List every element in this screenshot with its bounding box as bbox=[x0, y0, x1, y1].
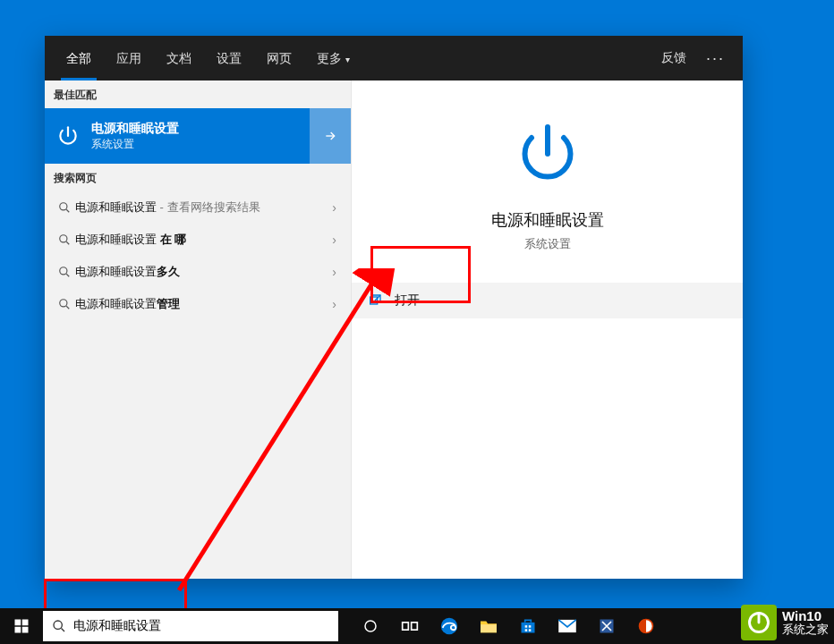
search-icon bbox=[54, 266, 75, 278]
svg-rect-9 bbox=[22, 627, 29, 633]
search-results-panel: 全部 应用 文档 设置 网页 更多▾ 反馈 ··· 最佳匹配 电源和睡眠设置 bbox=[45, 36, 743, 579]
tab-docs[interactable]: 文档 bbox=[154, 36, 204, 80]
search-icon bbox=[54, 233, 75, 246]
result-detail-pane: 电源和睡眠设置 系统设置 打开 bbox=[351, 80, 743, 579]
chevron-right-icon: › bbox=[327, 233, 342, 247]
svg-rect-18 bbox=[529, 625, 532, 628]
web-result-item[interactable]: 电源和睡眠设置多久 › bbox=[45, 256, 351, 288]
svg-point-2 bbox=[60, 267, 67, 275]
edge-icon bbox=[439, 616, 459, 636]
web-result-text: 电源和睡眠设置多久 bbox=[75, 264, 327, 280]
web-result-item[interactable]: 电源和睡眠设置 在 哪 › bbox=[45, 224, 351, 256]
taskbar-app-generic-2[interactable] bbox=[626, 608, 666, 644]
app-icon bbox=[598, 617, 616, 635]
taskbar-app-explorer[interactable] bbox=[469, 608, 508, 644]
more-menu-icon[interactable]: ··· bbox=[697, 49, 734, 68]
best-match-title: 电源和睡眠设置 bbox=[91, 121, 179, 137]
svg-rect-13 bbox=[412, 623, 418, 630]
store-icon bbox=[519, 617, 537, 635]
web-result-text: 电源和睡眠设置 在 哪 bbox=[75, 232, 327, 248]
start-button[interactable] bbox=[0, 608, 43, 644]
tab-settings[interactable]: 设置 bbox=[204, 36, 254, 80]
best-match-subtitle: 系统设置 bbox=[91, 137, 179, 152]
feedback-link[interactable]: 反馈 bbox=[651, 50, 697, 66]
section-best-match: 最佳匹配 bbox=[45, 80, 351, 108]
svg-point-0 bbox=[60, 203, 67, 210]
taskbar-search-box[interactable] bbox=[43, 611, 338, 641]
search-input[interactable] bbox=[73, 619, 329, 633]
detail-subtitle: 系统设置 bbox=[524, 236, 571, 252]
search-tabs-bar: 全部 应用 文档 设置 网页 更多▾ 反馈 ··· bbox=[45, 36, 743, 80]
web-result-text: 电源和睡眠设置管理 bbox=[75, 296, 327, 312]
best-match-item[interactable]: 电源和睡眠设置 系统设置 bbox=[45, 108, 351, 164]
caret-down-icon: ▾ bbox=[345, 55, 350, 64]
svg-point-1 bbox=[60, 235, 67, 242]
search-icon bbox=[54, 298, 75, 310]
taskbar-app-store[interactable] bbox=[508, 608, 548, 644]
task-view-icon bbox=[401, 619, 419, 633]
search-icon bbox=[52, 619, 66, 633]
svg-rect-16 bbox=[522, 623, 535, 633]
taskbar-app-generic-1[interactable] bbox=[587, 608, 626, 644]
chevron-right-icon: › bbox=[327, 297, 342, 311]
power-icon bbox=[515, 122, 580, 190]
web-result-item[interactable]: 电源和睡眠设置 - 查看网络搜索结果 › bbox=[45, 191, 351, 224]
svg-point-3 bbox=[60, 300, 67, 307]
taskbar-app-mail[interactable] bbox=[548, 608, 587, 644]
svg-point-11 bbox=[365, 621, 376, 631]
svg-rect-8 bbox=[15, 627, 21, 633]
results-list: 最佳匹配 电源和睡眠设置 系统设置 搜索网页 bbox=[45, 80, 351, 579]
best-match-expand-button[interactable] bbox=[310, 108, 351, 164]
detail-title: 电源和睡眠设置 bbox=[491, 209, 604, 231]
svg-rect-4 bbox=[370, 297, 378, 304]
svg-rect-6 bbox=[15, 620, 21, 626]
search-icon bbox=[54, 201, 75, 214]
tab-apps[interactable]: 应用 bbox=[104, 36, 154, 80]
mail-icon bbox=[557, 619, 577, 633]
open-label: 打开 bbox=[395, 292, 420, 309]
svg-rect-19 bbox=[525, 629, 528, 631]
web-result-text: 电源和睡眠设置 - 查看网络搜索结果 bbox=[75, 199, 327, 216]
svg-point-10 bbox=[54, 621, 62, 629]
windows-logo-icon bbox=[13, 618, 30, 634]
cortana-button[interactable] bbox=[351, 608, 390, 644]
chevron-right-icon: › bbox=[327, 200, 342, 215]
power-icon bbox=[54, 122, 82, 150]
app-icon bbox=[637, 617, 655, 635]
section-search-web: 搜索网页 bbox=[45, 164, 351, 191]
chevron-right-icon: › bbox=[327, 265, 342, 279]
svg-rect-7 bbox=[22, 620, 29, 626]
open-icon bbox=[368, 293, 382, 308]
cortana-icon bbox=[362, 618, 379, 634]
taskbar-app-edge[interactable] bbox=[430, 608, 469, 644]
taskbar bbox=[0, 608, 834, 644]
tab-web[interactable]: 网页 bbox=[254, 36, 304, 80]
svg-rect-17 bbox=[525, 625, 528, 628]
tab-all[interactable]: 全部 bbox=[54, 36, 104, 80]
svg-rect-12 bbox=[403, 623, 409, 630]
tab-more[interactable]: 更多▾ bbox=[304, 36, 362, 80]
web-result-item[interactable]: 电源和睡眠设置管理 › bbox=[45, 288, 351, 320]
svg-rect-15 bbox=[481, 624, 497, 632]
task-view-button[interactable] bbox=[390, 608, 430, 644]
folder-icon bbox=[479, 618, 498, 634]
open-action[interactable]: 打开 bbox=[352, 283, 743, 318]
svg-rect-20 bbox=[529, 629, 532, 631]
